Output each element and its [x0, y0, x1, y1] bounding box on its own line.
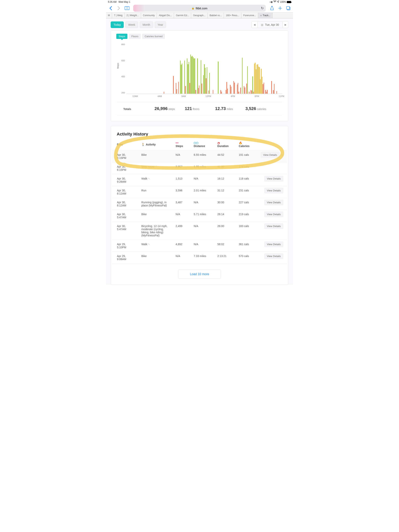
view-details-button[interactable]: View Details	[264, 188, 283, 193]
chart-bar	[184, 61, 185, 94]
totals-label: Totals	[123, 108, 154, 111]
cell-distance: N/A	[189, 222, 212, 240]
pencil-icon[interactable]: ✎	[148, 243, 150, 246]
cell-steps: 1,513	[170, 174, 189, 186]
bookmarks-button[interactable]	[123, 5, 130, 12]
view-details-button[interactable]: View Details	[264, 176, 283, 182]
cell-activity-wrap: Step count⏱	[136, 162, 171, 174]
chart-bar	[267, 90, 268, 94]
view-details-button[interactable]: View Details	[264, 223, 283, 229]
total-steps: 26,996steps	[154, 106, 185, 111]
y-tick: 200	[119, 92, 125, 94]
pencil-icon[interactable]: ✎	[148, 177, 150, 180]
chart-bar	[173, 76, 174, 94]
cell-duration: 41:00	[212, 162, 234, 174]
header-distance[interactable]: ⬡⬡ Distance	[189, 139, 212, 151]
cell-date: Apr 30, 8:12AM	[112, 186, 136, 198]
total-floors: 121floors	[185, 106, 215, 111]
tab-label: Forerunne...	[243, 14, 256, 17]
chart-bar	[244, 86, 244, 94]
browser-tab[interactable]: Community	[141, 13, 157, 18]
view-details-button[interactable]: View Details	[264, 241, 283, 247]
date-navigator: ◀ ▦ Tue, Apr 30 ▶	[251, 21, 288, 28]
chart-y-ticks: 800600400200	[119, 43, 125, 94]
metric-tab-floors[interactable]: Floors	[129, 34, 141, 39]
chart-bar	[261, 69, 261, 94]
browser-tab[interactable]: M	[106, 13, 112, 18]
chart-bar	[199, 85, 200, 94]
cell-activity: Bike	[142, 213, 147, 216]
tabs-button[interactable]	[285, 5, 292, 12]
header-calories[interactable]: 🔥 Calories	[234, 139, 256, 151]
cell-activity-wrap: Bike	[136, 210, 171, 222]
chart-bar	[191, 57, 192, 94]
browser-tab[interactable]: Garmin Ed...	[174, 13, 191, 18]
share-button[interactable]	[269, 5, 276, 12]
cell-actions: View Details	[256, 198, 287, 210]
chart-bar	[237, 84, 238, 94]
range-tab-year[interactable]: Year	[155, 21, 166, 28]
cell-activity: Walk	[142, 243, 148, 246]
cell-calories: 191 cals	[234, 151, 256, 162]
browser-tab[interactable]: Babbel vs...	[208, 13, 224, 18]
metric-tab-calories-burned[interactable]: Calories burned	[142, 34, 165, 39]
battery-pct: 100%	[280, 0, 286, 3]
browser-tab[interactable]: Abigail Dis...	[157, 13, 174, 18]
forward-button[interactable]	[115, 5, 122, 12]
chart-bar	[257, 65, 257, 94]
back-button[interactable]	[107, 5, 114, 12]
range-tab-today[interactable]: Today	[111, 21, 124, 28]
browser-tab[interactable]: Geograph...	[191, 13, 207, 18]
date-display[interactable]: ▦ Tue, Apr 30	[257, 21, 283, 28]
cell-steps: 2,499	[170, 222, 189, 240]
view-details-button[interactable]: View Details	[264, 253, 283, 259]
cell-distance: 1.35 miles	[189, 162, 212, 174]
cell-calories: 174 cals	[234, 162, 256, 174]
header-duration[interactable]: ◔ Duration	[212, 139, 234, 151]
chart-bar	[240, 88, 241, 94]
x-tick: 4PM	[231, 95, 235, 97]
date-range-bar: TodayWeekMonthYear ◀ ▦ Tue, Apr 30 ▶	[106, 18, 293, 28]
view-details-button[interactable]: View Details	[261, 152, 280, 158]
load-more-button[interactable]: Load 10 more	[178, 270, 221, 279]
view-details-button[interactable]: View Details	[264, 200, 283, 205]
metric-tab-steps[interactable]: Steps	[116, 34, 127, 39]
browser-tab[interactable]: ⊗Track...	[258, 13, 273, 18]
header-activity[interactable]: 🚶Activity	[136, 139, 171, 151]
chart-bar	[260, 79, 261, 94]
reload-button[interactable]: ↻	[261, 6, 264, 10]
range-tab-week[interactable]: Week	[125, 21, 138, 28]
url-host: fitbit.com	[196, 7, 207, 10]
header-date[interactable]: Date	[112, 139, 136, 151]
browser-tab[interactable]: Forerunne...	[241, 13, 258, 18]
chart-bar	[187, 58, 187, 94]
new-tab-button[interactable]	[277, 5, 284, 12]
header-steps[interactable]: ••• Steps	[170, 139, 189, 151]
cell-distance: N/A	[189, 240, 212, 252]
chart-bar	[257, 64, 258, 94]
trash-icon[interactable]: 🗑	[281, 153, 283, 156]
chart-bar	[263, 84, 263, 94]
browser-tab[interactable]: 2 | Weighl...	[125, 13, 141, 18]
table-row: Apr 30, 9:28AMWalk✎1,513N/A16:12118 cals…	[112, 174, 287, 186]
cell-steps: N/A	[170, 151, 189, 162]
date-prev-button[interactable]: ◀	[251, 21, 257, 28]
cell-steps: 2,957	[170, 162, 189, 174]
range-tab-month[interactable]: Month	[140, 21, 153, 28]
chart-bar	[225, 90, 226, 94]
tab-close-icon[interactable]: ⊗	[260, 14, 262, 17]
browser-tab[interactable]: 160+ Reso...	[224, 13, 241, 18]
chart-bar	[266, 92, 267, 94]
browser-tab[interactable]: 7 | Weig	[112, 13, 125, 18]
url-bar[interactable]: 🔒 fitbit.com ↻	[133, 5, 266, 12]
chart-bar	[185, 86, 186, 94]
cell-duration: 26:00	[212, 222, 234, 240]
chart-bar	[182, 63, 182, 94]
cell-steps: N/A	[170, 252, 189, 264]
status-date: Wed May 1	[118, 0, 130, 3]
view-details-button[interactable]: View Details	[264, 211, 283, 217]
activity-history-card: Activity History Date 🚶Activity ••• Step…	[111, 126, 288, 285]
date-next-button[interactable]: ▶	[283, 21, 288, 28]
cell-actions: View Details	[256, 252, 287, 264]
totals-row: Totals 26,996steps 121floors 12.73miles …	[117, 102, 282, 115]
